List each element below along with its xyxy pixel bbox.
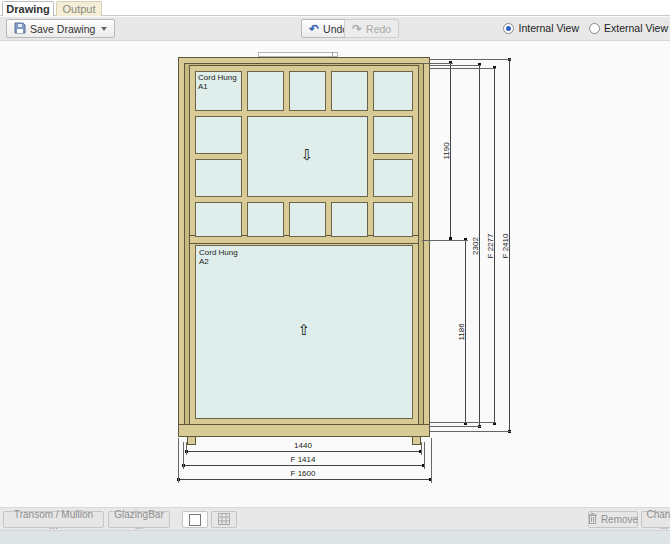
extension-line <box>430 68 496 69</box>
tab-output-label: Output <box>62 3 95 15</box>
remove-label: Remove <box>601 514 638 525</box>
glass-pane[interactable] <box>373 159 413 197</box>
dim-overall-width[interactable]: F 1600 <box>291 469 316 478</box>
sash-bottom-label: Cord Hung A2 <box>199 248 238 266</box>
external-view-label: External View <box>604 22 668 34</box>
glass-pane[interactable] <box>247 71 284 111</box>
plain-glass-icon <box>189 514 201 526</box>
dimension-line <box>178 479 431 480</box>
main-toolbar: Save Drawing ↶ Undo ↷ Redo Internal View… <box>0 17 670 41</box>
internal-view-option[interactable]: Internal View <box>503 22 579 34</box>
sash-top-name: Cord Hung <box>198 73 237 82</box>
glass-pane[interactable] <box>373 202 413 237</box>
extension-line <box>430 431 511 432</box>
dim-bottom-sash-height[interactable]: 1186 <box>457 323 466 340</box>
sash-bottom-name: Cord Hung <box>199 248 238 257</box>
extension-line <box>430 426 481 427</box>
window-designer-app: Drawing Output Save Drawing ↶ Undo ↷ Red… <box>0 0 670 544</box>
transom-mullion-button[interactable]: Transom / Mullion ... <box>3 511 104 528</box>
extension-line <box>422 240 468 241</box>
plain-glass-button[interactable] <box>182 511 208 528</box>
extension-line <box>430 59 511 60</box>
dim-frame-height[interactable]: F 2277 <box>486 234 495 259</box>
view-radio-group: Internal View External View <box>503 22 668 34</box>
trash-icon <box>588 513 597 526</box>
glass-pane[interactable] <box>289 71 326 111</box>
glass-pane[interactable] <box>195 202 242 237</box>
save-drawing-button[interactable]: Save Drawing <box>6 19 115 38</box>
bottom-toolbar: Transom / Mullion ... GlazingBar ... Rem… <box>0 507 670 530</box>
tab-bar: Drawing Output <box>0 0 670 16</box>
glass-pane[interactable] <box>289 202 326 237</box>
glass-pane[interactable] <box>373 116 413 154</box>
external-view-option[interactable]: External View <box>589 22 668 34</box>
dim-overall-height[interactable]: F 2410 <box>501 234 510 259</box>
glazing-bar-button[interactable]: GlazingBar ... <box>108 511 170 528</box>
extension-line <box>430 422 496 423</box>
redo-button[interactable]: ↷ Redo <box>344 19 399 38</box>
save-icon <box>14 22 26 36</box>
sash-bottom-id: A2 <box>199 257 238 266</box>
internal-view-radio[interactable] <box>503 23 514 34</box>
dimension-line <box>186 451 421 452</box>
cill-horn-left <box>187 436 196 445</box>
slide-up-arrow-icon: ⇧ <box>298 321 311 339</box>
glass-pane[interactable] <box>195 116 242 154</box>
georgian-grid-button[interactable] <box>211 511 237 528</box>
slide-down-arrow-icon: ⇩ <box>301 146 314 164</box>
tab-output[interactable]: Output <box>56 1 102 16</box>
dim-frame-width[interactable]: F 1414 <box>291 455 316 464</box>
cill-horn-right <box>412 436 421 445</box>
glass-pane[interactable] <box>331 71 368 111</box>
georgian-grid-icon <box>218 513 230 527</box>
tab-drawing[interactable]: Drawing <box>2 1 54 16</box>
extension-line <box>430 65 481 66</box>
glass-pane[interactable] <box>331 202 368 237</box>
transom-mullion-label: Transom / Mullion ... <box>10 509 97 531</box>
sash-top-id: A1 <box>198 82 237 91</box>
save-menu-caret-icon <box>101 27 107 31</box>
extension-line <box>183 442 184 469</box>
glazing-bar-label: GlazingBar ... <box>114 509 163 531</box>
internal-view-label: Internal View <box>518 22 579 34</box>
cill[interactable] <box>178 424 430 437</box>
undo-icon: ↶ <box>309 23 319 35</box>
dimension-line <box>183 465 424 466</box>
save-drawing-label: Save Drawing <box>30 23 95 35</box>
dim-sash-width[interactable]: 1440 <box>294 441 312 450</box>
change-button[interactable]: Change ... <box>641 511 670 528</box>
dim-top-sash-height[interactable]: 1190 <box>442 142 451 159</box>
glass-pane[interactable] <box>247 202 284 237</box>
redo-icon: ↷ <box>352 23 362 35</box>
status-strip <box>0 530 670 544</box>
external-view-radio[interactable] <box>589 23 600 34</box>
extension-line <box>421 442 422 455</box>
extension-line <box>422 63 453 64</box>
dim-opening-height[interactable]: 2302 <box>471 237 480 255</box>
change-label: Change ... <box>646 509 670 531</box>
redo-label: Redo <box>366 23 391 35</box>
glass-pane[interactable] <box>195 159 242 197</box>
glass-pane[interactable] <box>373 71 413 111</box>
sash-top-label: Cord Hung A1 <box>198 73 237 91</box>
extension-line <box>431 438 432 483</box>
remove-button[interactable]: Remove <box>588 511 638 528</box>
extension-line <box>424 442 425 469</box>
tab-drawing-label: Drawing <box>6 3 49 15</box>
extension-line <box>186 442 187 455</box>
extension-line <box>178 438 179 483</box>
